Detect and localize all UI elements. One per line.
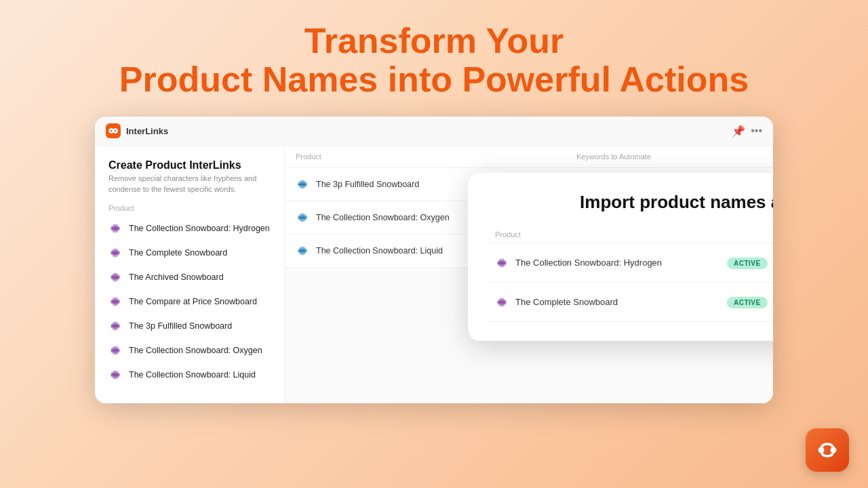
product-icon <box>108 344 122 357</box>
product-list-name: The Collection Snowboard: Hydrogen <box>129 224 270 233</box>
overlay-status-badge: ACTIVE <box>727 258 768 269</box>
overlay-product-name: The Collection Snowboard: Hydrogen <box>515 258 662 268</box>
overlay-status-cell: ACTIVE <box>719 243 773 283</box>
col-header-keywords: Keywords to Automate <box>566 146 734 168</box>
sidebar-title: Create Product InterLinks <box>108 159 271 171</box>
window-actions: 📌 ••• <box>732 125 762 138</box>
overlay-card: Import product names as keywords Product… <box>468 173 773 341</box>
hero-section: Transform Your Product Names into Powerf… <box>119 0 749 111</box>
product-cell: The Collection Snowboard: Oxygen <box>285 201 492 235</box>
product-list-name: The 3p Fulfilled Snowboard <box>129 321 232 331</box>
sidebar-product-list: The Collection Snowboard: Hydrogen The C… <box>95 216 284 387</box>
sidebar: Create Product InterLinks Remove special… <box>95 146 285 403</box>
svg-point-39 <box>819 448 823 452</box>
main-content: Product Keywords to Automate <box>285 146 773 403</box>
overlay-product-cell: The Collection Snowboard: Hydrogen <box>487 243 719 283</box>
overlay-title-prefix: Import product names as <box>580 192 773 212</box>
overlay-table-row: The Complete Snowboard ACTIVE <box>487 283 773 322</box>
col-label-product: Product <box>95 197 284 216</box>
product-list-name: The Archived Snowboard <box>129 272 224 282</box>
product-icon <box>296 211 309 224</box>
overlay-col-status <box>719 226 773 243</box>
product-cell: The Collection Snowboard: Liquid <box>285 235 492 268</box>
hero-line1: Transform Your <box>119 22 749 60</box>
col-header-status <box>492 146 566 168</box>
overlay-title: Import product names as keywords <box>487 192 773 213</box>
product-list-name: The Compare at Price Snowboard <box>129 297 257 306</box>
product-name: The Collection Snowboard: Oxygen <box>316 213 450 222</box>
hero-line2-prefix: Product Names <box>119 60 388 99</box>
overlay-product-icon <box>495 256 509 270</box>
sidebar-list-item[interactable]: The 3p Fulfilled Snowboard <box>95 314 284 338</box>
product-icon <box>108 246 122 260</box>
product-icon <box>296 244 309 258</box>
col-header-product: Product <box>285 146 492 168</box>
sidebar-list-item[interactable]: The Collection Snowboard: Hydrogen <box>95 216 284 241</box>
overlay-col-product: Product <box>487 226 719 243</box>
titlebar: InterLinks 📌 ••• <box>95 117 773 146</box>
product-list-name: The Complete Snowboard <box>129 248 227 258</box>
sidebar-list-item[interactable]: The Compare at Price Snowboard <box>95 289 284 314</box>
overlay-product-name: The Complete Snowboard <box>515 297 618 307</box>
hero-line2: Product Names into Powerful Actions <box>119 60 749 99</box>
hero-highlight: into <box>388 60 452 99</box>
product-icon <box>296 178 309 191</box>
sidebar-list-item[interactable]: The Collection Snowboard: Liquid <box>95 363 284 387</box>
overlay-table: Product Keywords to Automate <box>487 226 773 322</box>
product-icon <box>108 222 122 235</box>
sidebar-list-item[interactable]: The Archived Snowboard <box>95 265 284 289</box>
overlay-table-row: The Collection Snowboard: Hydrogen ACTIV… <box>487 243 773 283</box>
product-name: The 3p Fulfilled Snowboard <box>316 180 419 189</box>
sidebar-desc: Remove special characters like hyphens a… <box>108 174 271 195</box>
product-icon <box>108 295 122 308</box>
product-cell: The 3p Fulfilled Snowboard <box>285 168 492 201</box>
hero-line2-suffix: Powerful Actions <box>452 60 749 99</box>
product-list-name: The Collection Snowboard: Oxygen <box>129 346 262 355</box>
overlay-product-cell: The Complete Snowboard <box>487 283 719 322</box>
svg-point-40 <box>831 448 835 452</box>
more-icon[interactable]: ••• <box>751 125 762 137</box>
bottom-logo <box>806 428 849 472</box>
app-window: InterLinks 📌 ••• Create Product InterLin… <box>95 117 773 403</box>
overlay-status-badge: ACTIVE <box>727 297 768 308</box>
product-icon <box>108 319 122 333</box>
product-name: The Collection Snowboard: Liquid <box>316 246 443 256</box>
product-icon <box>108 270 122 284</box>
pin-icon[interactable]: 📌 <box>732 125 745 138</box>
col-header-check <box>734 146 773 168</box>
overlay-product-icon <box>495 296 509 309</box>
window-title: InterLinks <box>126 126 726 136</box>
app-logo <box>106 123 121 138</box>
product-icon <box>108 368 122 382</box>
product-list-name: The Collection Snowboard: Liquid <box>129 370 256 380</box>
sidebar-header: Create Product InterLinks Remove special… <box>95 146 284 197</box>
overlay-status-cell: ACTIVE <box>719 283 773 322</box>
sidebar-list-item[interactable]: The Complete Snowboard <box>95 241 284 265</box>
sidebar-list-item[interactable]: The Collection Snowboard: Oxygen <box>95 338 284 363</box>
window-body: Create Product InterLinks Remove special… <box>95 146 773 403</box>
